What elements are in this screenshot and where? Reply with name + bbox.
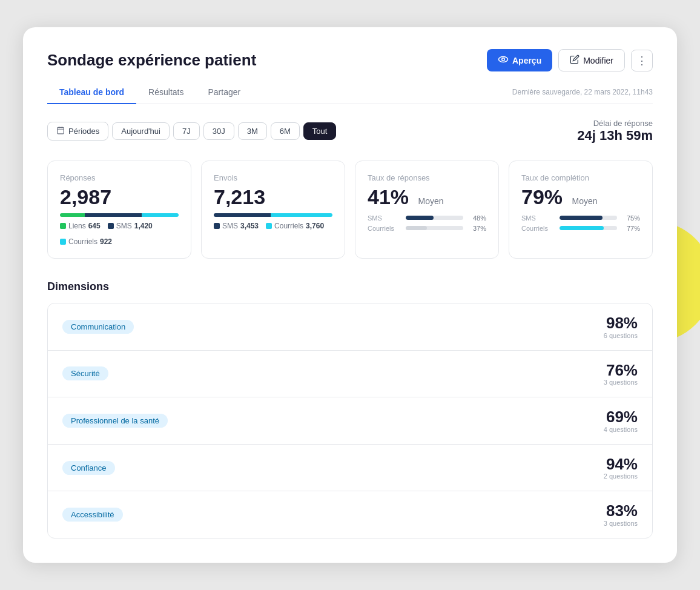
dimension-questions-confiance: 2 questions <box>604 472 638 480</box>
breakdown-courriels: Courriels 922 <box>60 237 112 246</box>
delay-label: Délai de réponse <box>577 119 653 128</box>
modifier-button[interactable]: Modifier <box>558 49 625 71</box>
filter-3m[interactable]: 3M <box>238 122 267 140</box>
filter-periodes[interactable]: Périodes <box>47 122 108 141</box>
dimension-right-professionnel: 69% 4 questions <box>604 408 638 433</box>
dimension-row-communication: Communication 98% 6 questions <box>48 303 652 351</box>
dimension-pct-communication: 98% <box>604 314 638 332</box>
dimension-right-accessibilite: 83% 3 questions <box>604 502 638 527</box>
dimension-questions-professionnel: 4 questions <box>604 426 638 433</box>
progress-label-courriels-c: Courriels <box>521 225 555 232</box>
dimension-row-securite: Sécurité 76% 3 questions <box>48 351 652 398</box>
filter-tout[interactable]: Tout <box>303 122 337 140</box>
breakdown-label-liens: Liens <box>68 222 86 230</box>
dot-courriels <box>60 239 66 245</box>
progress-bar-sms-wrap <box>406 216 463 220</box>
bar-segment-sms <box>85 213 142 217</box>
calendar-icon <box>56 126 65 136</box>
stat-value-envois: 7,213 <box>214 186 332 208</box>
filter-6m[interactable]: 6M <box>271 122 300 140</box>
tab-resultats[interactable]: Résultats <box>136 81 196 104</box>
bar-segment-sms-envois <box>214 213 271 217</box>
dot-sms-envois <box>214 223 220 229</box>
progress-bar-sms-c-fill <box>560 216 603 220</box>
tab-tableau-de-bord[interactable]: Tableau de bord <box>47 81 136 104</box>
progress-row-sms-reponses: SMS 48% <box>368 214 486 222</box>
dimension-right-securite: 76% 3 questions <box>604 362 638 386</box>
taux-reponses-bars: SMS 48% Courriels 37% <box>368 214 486 232</box>
main-card: Sondage expérience patient Aperçu <box>23 27 677 563</box>
dot-sms <box>108 223 114 229</box>
breakdown-label-courriels-envois: Courriels <box>274 222 303 230</box>
filter-aujourdhui[interactable]: Aujourd'hui <box>112 122 170 140</box>
stat-label-envois: Envois <box>214 173 332 182</box>
progress-bar-courriels-wrap <box>406 226 463 230</box>
bar-segment-courriels-envois <box>271 213 332 217</box>
dimension-questions-securite: 3 questions <box>604 379 638 386</box>
apercu-button[interactable]: Aperçu <box>487 49 552 71</box>
delay-value: 24j 13h 59m <box>577 128 653 144</box>
bar-segment-courriels <box>142 213 179 217</box>
breakdown-sms-envois: SMS 3,453 <box>214 222 259 230</box>
taux-reponses-pct: 41% <box>368 185 409 208</box>
progress-bar-sms-fill <box>406 216 434 220</box>
breakdown-liens: Liens 645 <box>60 222 101 230</box>
breakdown-sms: SMS 1,420 <box>108 222 153 230</box>
delay-info: Délai de réponse 24j 13h 59m <box>577 119 653 144</box>
page-title: Sondage expérience patient <box>47 51 256 70</box>
breakdown-value-sms: 1,420 <box>134 222 153 230</box>
breakdown-label-sms: SMS <box>116 222 132 230</box>
tab-partager[interactable]: Partager <box>196 81 253 104</box>
stat-label-taux-reponses: Taux de réponses <box>368 173 486 182</box>
dimension-questions-accessibilite: 3 questions <box>604 520 638 527</box>
progress-row-courriels-completion: Courriels 77% <box>521 225 640 232</box>
filter-30j[interactable]: 30J <box>203 122 234 140</box>
svg-point-1 <box>502 58 505 61</box>
more-button[interactable]: ⋮ <box>631 50 653 71</box>
stat-bar-envois <box>214 213 332 217</box>
progress-row-sms-completion: SMS 75% <box>521 214 640 222</box>
dimension-tag-securite: Sécurité <box>62 366 108 380</box>
progress-row-courriels-reponses: Courriels 37% <box>368 225 486 232</box>
taux-reponses-avg: Moyen <box>418 196 444 206</box>
stat-label-taux-completion: Taux de complétion <box>521 173 640 182</box>
breakdown-courriels-envois: Courriels 3,760 <box>266 222 324 230</box>
progress-pct-sms-c: 75% <box>622 214 640 222</box>
stat-card-taux-reponses: Taux de réponses 41% Moyen SMS 48% Courr… <box>355 161 499 259</box>
stat-label-reponses: Réponses <box>60 173 179 182</box>
dimension-tag-professionnel: Professionnel de la santé <box>62 414 168 428</box>
stat-value-taux-completion: 79% Moyen <box>521 186 640 208</box>
dimension-tag-confiance: Confiance <box>62 461 115 475</box>
dimension-pct-accessibilite: 83% <box>604 502 638 520</box>
dot-liens <box>60 223 66 229</box>
taux-completion-avg: Moyen <box>572 196 598 206</box>
progress-bar-courriels-c-fill <box>560 226 604 230</box>
progress-bar-sms-c-wrap <box>560 216 617 220</box>
progress-pct-courriels-c: 77% <box>622 225 640 232</box>
dot-courriels-envois <box>266 223 272 229</box>
progress-label-sms: SMS <box>368 214 401 222</box>
breakdown-value-liens: 645 <box>88 222 101 230</box>
breakdown-value-courriels: 922 <box>100 237 112 246</box>
dimensions-title: Dimensions <box>47 280 653 293</box>
progress-bar-courriels-fill <box>406 226 427 230</box>
tabs: Tableau de bord Résultats Partager <box>47 81 253 104</box>
taux-completion-pct: 79% <box>521 185 563 208</box>
stats-grid: Réponses 2,987 Liens 645 SMS <box>47 161 653 259</box>
dimension-pct-securite: 76% <box>604 362 638 379</box>
taux-completion-bars: SMS 75% Courriels 77% <box>521 214 640 232</box>
svg-point-0 <box>498 57 507 62</box>
eye-icon <box>498 54 509 67</box>
page-header: Sondage expérience patient Aperçu <box>47 49 653 71</box>
bar-segment-liens <box>60 213 85 217</box>
progress-label-sms-c: SMS <box>521 214 555 222</box>
filter-buttons: Périodes Aujourd'hui 7J 30J 3M 6M Tout <box>47 122 336 141</box>
breakdown-value-courriels-envois: 3,760 <box>306 222 324 230</box>
stat-value-taux-reponses: 41% Moyen <box>368 186 486 208</box>
dimension-row-accessibilite: Accessibilité 83% 3 questions <box>48 491 652 538</box>
breakdown-value-sms-envois: 3,453 <box>240 222 259 230</box>
progress-label-courriels: Courriels <box>368 225 401 232</box>
last-save-text: Dernière sauvegarde, 22 mars 2022, 11h43 <box>512 88 653 96</box>
filter-7j[interactable]: 7J <box>173 122 200 140</box>
breakdown-label-sms-envois: SMS <box>222 222 238 230</box>
